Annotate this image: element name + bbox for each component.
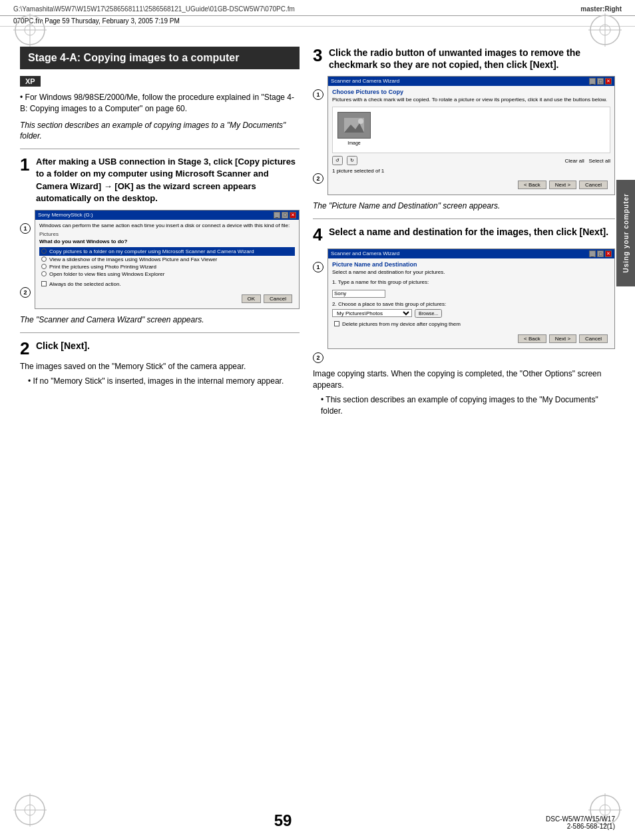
step-4-text: Select a name and destination for the im… [329, 226, 615, 238]
ss1-body: Windows can perform the same action each… [35, 220, 299, 308]
ss3-back-button[interactable]: < Back [518, 181, 546, 189]
ss4-label2-row: 2. Choose a place to save this group of … [332, 301, 610, 307]
callout-3a: 1 [313, 89, 323, 100]
corner-decoration-tl [13, 13, 47, 47]
page-wrapper: G:\Yamashita\W5W7\W15W17\2586568111\2586… [0, 0, 635, 840]
ss4-buttons: < Back Next > Cancel [332, 332, 610, 346]
ss1-cancel-button[interactable]: Cancel [264, 294, 292, 303]
step-1-caption: The "Scanner and Camera Wizard" screen a… [20, 314, 300, 326]
step-2-number: 2 [20, 340, 33, 357]
ss4-dest-select[interactable]: My Pictures\Photos [332, 309, 412, 317]
ss3-rotate-left[interactable]: ↺ [332, 156, 343, 165]
step-3-callouts: 1 2 [313, 76, 323, 184]
step-2-bullet: If no "Memory Stick" is inserted, images… [28, 376, 300, 387]
ss1-option4: Open folder to view files using Windows … [39, 270, 295, 278]
corner-decoration-tr [588, 13, 622, 47]
ss3-cancel-button[interactable]: Cancel [579, 181, 608, 189]
step-3-screenshot: Scanner and Camera Wizard _ □ ✕ Choose P… [327, 76, 615, 195]
ss1-option3: Print the pictures using Photo Printing … [39, 263, 295, 270]
header-filepath: G:\Yamashita\W5W7\W15W17\2586568111\2586… [13, 5, 295, 13]
footer-right: DSC-W5/W7/W15/W17 2-586-568-12(1) [546, 815, 615, 830]
divider-1 [20, 149, 300, 149]
ss3-titlebar: Scanner and Camera Wizard _ □ ✕ [328, 77, 614, 86]
step-2-content: Click [Next]. [36, 340, 300, 352]
step-2-header: 2 Click [Next]. [20, 340, 300, 357]
ss4-close[interactable]: ✕ [605, 250, 612, 257]
ss3-maximize[interactable]: □ [597, 78, 604, 85]
ss3-minimize[interactable]: _ [589, 78, 596, 85]
page-footer: 59 DSC-W5/W7/W15/W17 2-586-568-12(1) [0, 811, 635, 830]
step-4-screenshot-wrapper: 1 2 Scanner and Camera Wizard _ □ ✕ Pict… [313, 248, 615, 363]
callout-1b: 2 [20, 287, 31, 298]
ss4-back-button[interactable]: < Back [518, 334, 546, 343]
ss3-body: Choose Pictures to Copy Pictures with a … [328, 86, 614, 195]
ss1-option1: Copy pictures to a folder on my computer… [39, 247, 295, 256]
step-3-content: Click the radio button of unwanted image… [329, 47, 615, 71]
step-4-number: 4 [313, 226, 326, 243]
step-1-screenshot: Sony MemoryStick (G:) _ □ ✕ Windows can … [35, 210, 300, 309]
step-3-screenshot-wrapper: 1 2 Scanner and Camera Wizard _ □ ✕ Choo… [313, 76, 615, 195]
header-master: master:Right [580, 5, 622, 13]
ss3-thumbnails: Image [332, 107, 610, 153]
ss1-close[interactable]: ✕ [290, 212, 296, 218]
step-4-content: Select a name and destination for the im… [329, 226, 615, 238]
right-column: 3 Click the radio button of unwanted ima… [313, 47, 615, 420]
ss3-buttons: < Back Next > Cancel [332, 178, 610, 192]
windows-note: • For Windows 98/98SE/2000/Me, follow th… [20, 92, 300, 115]
ss4-delete-checkbox: Delete pictures from my device after cop… [332, 320, 610, 328]
ss4-cancel-button[interactable]: Cancel [579, 334, 608, 343]
footer-center: 59 [274, 811, 292, 830]
ss1-buttons: OK Cancel [39, 292, 295, 306]
ss4-label1-row: 1. Type a name for this group of picture… [332, 279, 610, 285]
ss4-maximize[interactable]: □ [597, 250, 604, 257]
ss4-minimize[interactable]: _ [589, 250, 596, 257]
ss1-option2: View a slideshow of the images using Win… [39, 256, 295, 263]
step-1-screenshot-wrapper: 1 2 Sony MemoryStick (G:) _ □ ✕ Windows … [20, 210, 300, 309]
left-column: Stage 4-A: Copying images to a computer … [20, 47, 300, 420]
step-2-text: Click [Next]. [36, 340, 300, 352]
callout-3b: 2 [313, 173, 323, 184]
sidebar-strip-text: Using your computer [622, 193, 630, 273]
callout-4a: 1 [313, 262, 323, 272]
step-1-number: 1 [20, 156, 33, 173]
step-4-screenshot: Scanner and Camera Wizard _ □ ✕ Picture … [327, 248, 615, 349]
page-number: 59 [274, 811, 292, 830]
ss1-checkbox-row: Always do the selected action. [39, 280, 295, 288]
ss1-ok-button[interactable]: OK [242, 294, 262, 303]
ss3-next-button[interactable]: Next > [549, 181, 576, 189]
step-4-header: 4 Select a name and destination for the … [313, 226, 615, 243]
step-3-text: Click the radio button of unwanted image… [329, 47, 615, 71]
ss1-minimize[interactable]: _ [274, 212, 280, 218]
step-1-header: 1 After making a USB connection in Stage… [20, 156, 300, 205]
intro-text: This section describes an example of cop… [20, 120, 300, 143]
ss3-image-1 [337, 112, 371, 139]
ss4-name-input[interactable] [332, 290, 385, 298]
sidebar-strip: Using your computer [616, 180, 635, 286]
divider-2 [20, 332, 300, 333]
ss3-close[interactable]: ✕ [605, 78, 612, 85]
header-subline: 070PC.fm Page 59 Thursday, February 3, 2… [0, 16, 635, 27]
step-4-callouts: 1 2 [313, 248, 323, 363]
ss4-titlebar: Scanner and Camera Wizard _ □ ✕ [328, 249, 614, 258]
ss3-rotate-right[interactable]: ↻ [347, 156, 357, 165]
step-1-content: After making a USB connection in Stage 3… [36, 156, 300, 205]
callout-1a: 1 [20, 223, 31, 234]
step-1-callouts: 1 2 [20, 210, 31, 298]
ss1-titlebar: Sony MemoryStick (G:) _ □ ✕ [35, 210, 299, 220]
ss1-maximize[interactable]: □ [282, 212, 288, 218]
step-4-bullet: This section describes an example of cop… [321, 394, 615, 417]
main-content: Stage 4-A: Copying images to a computer … [0, 33, 635, 433]
step-1-text: After making a USB connection in Stage 3… [36, 156, 300, 205]
callout-4b: 2 [313, 352, 323, 363]
page-header: G:\Yamashita\W5W7\W15W17\2586568111\2586… [0, 0, 635, 16]
ss4-next-button[interactable]: Next > [549, 334, 576, 343]
step-3-number: 3 [313, 47, 326, 64]
ss4-body: Picture Name and Destination Select a na… [328, 258, 614, 348]
footer-partnum: 2-586-568-12(1) [546, 823, 615, 830]
stage-title: Stage 4-A: Copying images to a computer [20, 47, 300, 69]
divider-3 [313, 218, 615, 219]
ss3-toolbar: ↺ ↻ Clear all Select all [332, 156, 610, 165]
ss4-browse-button[interactable]: Browse... [415, 309, 442, 318]
svg-point-19 [358, 119, 363, 124]
step-3-header: 3 Click the radio button of unwanted ima… [313, 47, 615, 71]
